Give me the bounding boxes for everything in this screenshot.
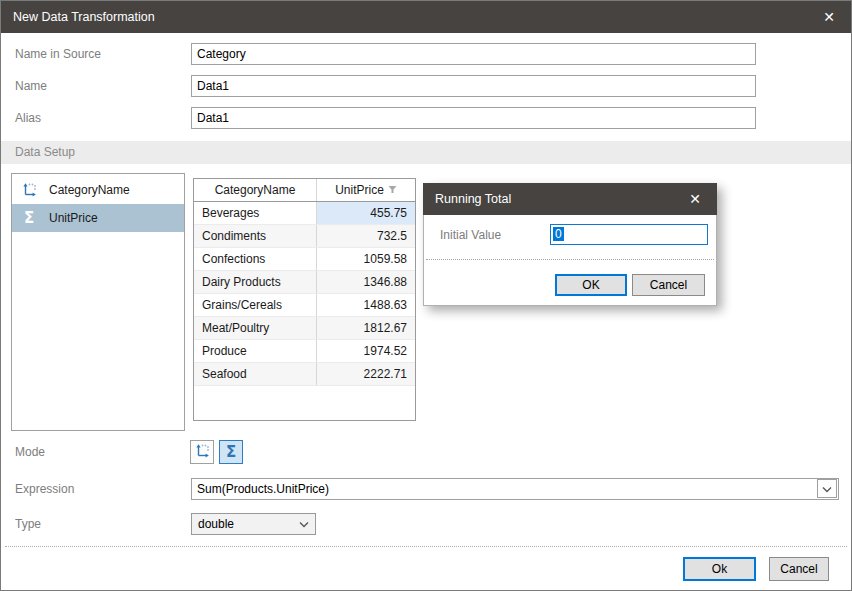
close-icon[interactable]: ✕ <box>819 9 839 25</box>
name-input[interactable] <box>191 75 756 97</box>
column-header-categoryname[interactable]: CategoryName <box>194 179 316 201</box>
ok-button[interactable]: Ok <box>683 557 756 581</box>
expression-label: Expression <box>15 478 74 500</box>
name-in-source-input[interactable] <box>191 43 756 65</box>
table-row[interactable]: Dairy Products 1346.88 <box>194 271 415 294</box>
cancel-button[interactable]: Cancel <box>769 557 829 581</box>
titlebar: New Data Transformation ✕ <box>1 1 851 33</box>
initial-value-input[interactable]: 0 <box>550 224 708 245</box>
new-data-transformation-dialog: New Data Transformation ✕ Name in Source… <box>0 0 852 591</box>
running-total-ok-button[interactable]: OK <box>555 274 627 296</box>
focused-cell: 455.75 <box>316 202 415 224</box>
name-in-source-label: Name in Source <box>15 43 101 65</box>
field-list: CategoryName Σ UnitPrice <box>11 173 185 431</box>
running-total-titlebar: Running Total ✕ <box>423 183 717 215</box>
selected-text: 0 <box>553 227 564 241</box>
window-title: New Data Transformation <box>13 10 819 24</box>
chevron-down-icon <box>299 517 309 531</box>
chevron-down-icon <box>822 482 832 496</box>
dimension-icon <box>20 181 38 199</box>
table-row[interactable]: Condiments 732.5 <box>194 225 415 248</box>
table-row[interactable]: Grains/Cereals 1488.63 <box>194 294 415 317</box>
running-total-body: Initial Value 0 OK Cancel <box>423 215 717 306</box>
type-label: Type <box>15 513 41 535</box>
running-total-close-icon[interactable]: ✕ <box>685 191 705 207</box>
name-label: Name <box>15 75 47 97</box>
type-value: double <box>198 517 293 531</box>
field-item-categoryname[interactable]: CategoryName <box>12 176 184 204</box>
footer-separator <box>5 546 847 547</box>
sigma-icon: Σ <box>226 443 236 461</box>
mode-sum-button[interactable]: Σ <box>219 440 243 464</box>
type-select[interactable]: double <box>191 513 316 535</box>
field-item-label: CategoryName <box>49 183 130 197</box>
running-total-title: Running Total <box>435 192 685 206</box>
mode-label: Mode <box>15 441 45 463</box>
sort-filter-icon[interactable] <box>388 183 397 197</box>
table-header-row: CategoryName UnitPrice <box>194 179 415 202</box>
initial-value-label: Initial Value <box>440 225 501 245</box>
alias-label: Alias <box>15 107 41 129</box>
preview-table: CategoryName UnitPrice Beverages 455.75 … <box>193 178 416 421</box>
field-item-label: UnitPrice <box>49 211 98 225</box>
column-header-unitprice[interactable]: UnitPrice <box>316 179 415 201</box>
table-row[interactable]: Meat/Poultry 1812.67 <box>194 317 415 340</box>
data-setup-section-header: Data Setup <box>1 141 851 164</box>
table-row[interactable]: Beverages 455.75 <box>194 202 415 225</box>
expression-input[interactable] <box>191 478 839 500</box>
table-row[interactable]: Confections 1059.58 <box>194 248 415 271</box>
alias-input[interactable] <box>191 107 756 129</box>
running-total-cancel-button[interactable]: Cancel <box>632 274 705 296</box>
dimension-icon <box>194 443 210 462</box>
mode-dimension-button[interactable] <box>190 440 214 464</box>
expression-dropdown-button[interactable] <box>817 479 837 498</box>
table-row[interactable]: Produce 1974.52 <box>194 340 415 363</box>
field-item-unitprice[interactable]: Σ UnitPrice <box>12 204 184 232</box>
running-total-dialog: Running Total ✕ Initial Value 0 OK Cance… <box>423 183 717 306</box>
separator <box>426 259 714 260</box>
table-row[interactable]: Seafood 2222.71 <box>194 363 415 386</box>
sigma-icon: Σ <box>20 209 38 227</box>
